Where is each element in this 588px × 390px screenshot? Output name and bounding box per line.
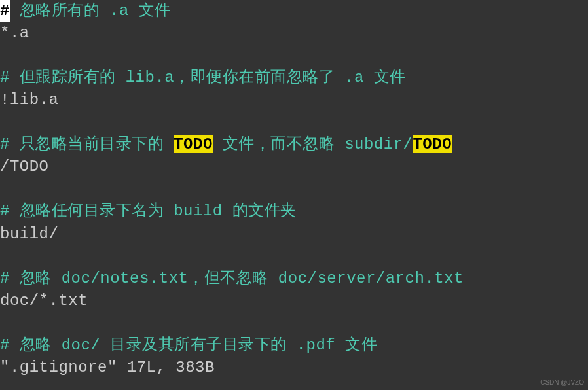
blank-line — [0, 312, 588, 334]
code-line: doc/*.txt — [0, 290, 588, 312]
code-line: # 但跟踪所有的 lib.a，即便你在前面忽略了 .a 文件 — [0, 67, 588, 89]
code-text: *.a — [0, 24, 29, 42]
watermark: CSDN @JVZO — [540, 378, 584, 387]
status-line: ".gitignore" 17L, 383B — [0, 357, 588, 379]
code-line: /TODO — [0, 156, 588, 178]
search-highlight: TODO — [413, 135, 452, 153]
code-line: # 忽略任何目录下名为 build 的文件夹 — [0, 200, 588, 222]
search-highlight: TODO — [174, 135, 213, 153]
code-line: # 忽略所有的 .a 文件 — [0, 0, 588, 22]
blank-line — [0, 111, 588, 133]
editor-view[interactable]: # 忽略所有的 .a 文件 *.a # 但跟踪所有的 lib.a，即便你在前面忽… — [0, 0, 588, 379]
cursor: # — [0, 0, 10, 22]
comment-text: # 忽略 doc/ 目录及其所有子目录下的 .pdf 文件 — [0, 336, 377, 354]
code-text: doc/*.txt — [0, 292, 88, 310]
comment-text: # 忽略任何目录下名为 build 的文件夹 — [0, 202, 297, 220]
code-line: # 忽略 doc/ 目录及其所有子目录下的 .pdf 文件 — [0, 334, 588, 357]
blank-line — [0, 178, 588, 200]
blank-line — [0, 44, 588, 67]
comment-text: # 只忽略当前目录下的 — [0, 135, 174, 153]
comment-text: 文件，而不忽略 subdir/ — [213, 135, 413, 153]
code-line: !lib.a — [0, 89, 588, 111]
file-status: ".gitignore" 17L, 383B — [0, 359, 215, 376]
code-text: build/ — [0, 225, 58, 243]
code-line: # 只忽略当前目录下的 TODO 文件，而不忽略 subdir/TODO — [0, 133, 588, 156]
code-line: build/ — [0, 223, 588, 245]
comment-text: # 但跟踪所有的 lib.a，即便你在前面忽略了 .a 文件 — [0, 69, 406, 86]
code-text: /TODO — [0, 158, 49, 175]
comment-text: # 忽略 doc/notes.txt，但不忽略 doc/server/arch.… — [0, 270, 464, 287]
code-line: # 忽略 doc/notes.txt，但不忽略 doc/server/arch.… — [0, 268, 588, 290]
comment-text: 忽略所有的 .a 文件 — [10, 2, 171, 20]
code-line: *.a — [0, 22, 588, 44]
code-text: !lib.a — [0, 91, 58, 109]
blank-line — [0, 245, 588, 268]
